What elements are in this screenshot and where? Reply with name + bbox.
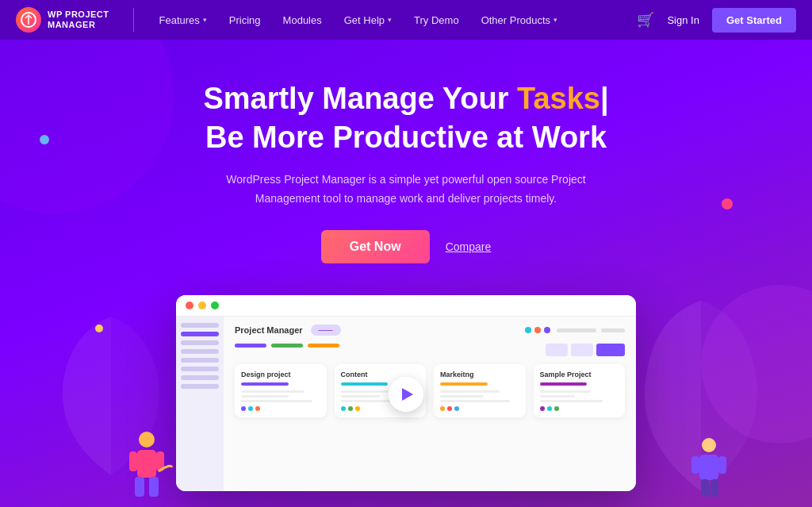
hero-title: Smartly Manage Your Tasks| Be More Produ… [200,79,612,158]
nav-links: Features ▾ Pricing Modules Get Help ▾ Tr… [150,10,638,31]
compare-button[interactable]: Compare [446,240,492,253]
get-started-button[interactable]: Get Started [712,8,796,33]
sidebar-item [181,367,219,371]
card-line [440,400,510,402]
svg-rect-12 [710,479,718,497]
play-button[interactable] [389,377,423,412]
dashboard-header-row: Project Manager —— [235,325,625,336]
svg-point-7 [702,438,716,452]
nav-other-products[interactable]: Other Products ▾ [472,10,567,31]
dashboard-sidebar [176,317,224,491]
card-dot [348,406,353,411]
navbar: WP PROJECT MANAGER Features ▾ Pricing Mo… [0,0,812,40]
card-lines [440,390,519,402]
card-dot [341,406,346,411]
dashboard-header-dots [525,327,625,333]
filter-item[interactable] [308,344,339,348]
card-line [241,400,312,402]
get-now-button[interactable]: Get Now [321,230,430,263]
card-dot [447,406,452,411]
svg-rect-6 [149,477,159,497]
header-bar [557,328,596,332]
card-bar [341,382,389,386]
card-line [440,390,500,393]
dashboard-preview: Project Manager —— [176,295,636,491]
nav-modules[interactable]: Modules [274,10,331,31]
view-toggle[interactable] [571,344,593,356]
card-line [540,390,592,393]
card-lines [540,390,619,402]
sidebar-item [181,375,219,380]
cart-icon[interactable]: 🛒 [637,11,654,29]
nav-right: 🛒 Sign In Get Started [637,8,796,33]
card-dot [547,406,552,411]
card-dot [255,406,260,411]
nav-features[interactable]: Features ▾ [150,10,216,31]
dashboard-main: Project Manager —— [224,317,636,491]
chevron-down-icon: ▾ [553,16,557,24]
card-title: Markeitng [440,371,519,378]
view-toggle[interactable] [546,344,568,356]
project-card[interactable]: Markeitng [434,364,526,417]
chevron-down-icon: ▾ [203,16,207,24]
dashboard-tab[interactable]: —— [311,325,341,336]
card-dot [454,406,459,411]
card-bar [540,382,588,386]
character-right [685,436,733,507]
logo[interactable]: WP PROJECT MANAGER [16,7,109,33]
hero-subtitle: WordPress Project Manager is a simple ye… [200,171,612,209]
sidebar-item [181,358,219,363]
header-bar [601,328,625,332]
dashboard-title: Project Manager [235,325,303,335]
card-bar [440,382,488,386]
card-line [341,390,396,393]
logo-icon [16,7,41,33]
sign-in-link[interactable]: Sign In [667,14,699,26]
sidebar-item [181,349,219,354]
window-dot-yellow [198,302,206,309]
card-line [540,395,576,398]
svg-point-1 [139,432,155,447]
decorative-dot-blue [40,135,49,144]
decorative-blob-1 [0,40,174,214]
filter-item[interactable] [271,344,303,348]
sidebar-item [181,323,219,328]
card-line [440,395,484,398]
svg-rect-5 [135,477,144,497]
dashboard-titlebar [176,295,636,317]
card-dot [248,406,253,411]
dashboard-filter-row [235,344,625,356]
nav-get-help[interactable]: Get Help ▾ [335,10,401,31]
svg-rect-11 [701,479,709,497]
view-toggle[interactable] [596,344,625,356]
card-dots-row [241,406,320,411]
card-bar [241,382,289,386]
hero-text: Smartly Manage Your Tasks| Be More Produ… [200,79,612,295]
hero-buttons: Get Now Compare [200,230,612,263]
card-dot [540,406,545,411]
filter-item[interactable] [235,344,266,348]
project-card[interactable]: Sample Project [534,364,626,417]
card-dots-row [540,406,619,411]
hero-section: Smartly Manage Your Tasks| Be More Produ… [0,40,812,507]
card-dot [241,406,246,411]
nav-divider [133,8,134,32]
card-dots-row [440,406,519,411]
card-dot [355,406,360,411]
sidebar-item [181,332,219,336]
card-line [341,395,381,398]
sidebar-item [181,384,219,389]
nav-try-demo[interactable]: Try Demo [404,10,469,31]
dashboard-cards: Design project [235,364,625,417]
nav-pricing[interactable]: Pricing [220,10,270,31]
window-dot-green [211,302,219,309]
card-line [540,400,603,402]
svg-rect-3 [129,451,137,471]
sidebar-item [181,340,219,345]
card-lines [241,390,320,402]
window-dot-red [186,302,193,309]
decorative-dot-pink [722,198,733,209]
card-dot [440,406,445,411]
svg-rect-9 [691,456,699,474]
project-card[interactable]: Design project [235,364,327,417]
